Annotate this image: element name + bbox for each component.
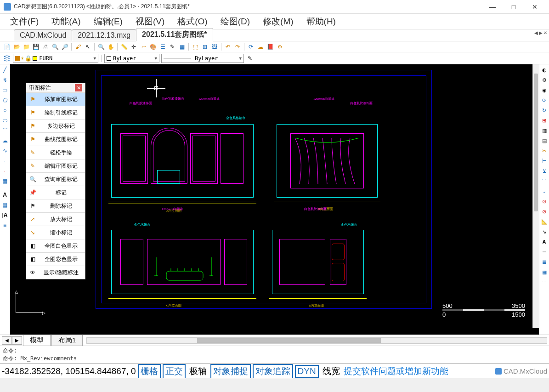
toggle-lwt[interactable]: 线宽 — [321, 365, 342, 378]
refresh-view-icon[interactable]: ⟳ — [541, 97, 548, 104]
layers-icon[interactable]: ☰ — [158, 43, 167, 51]
area-icon[interactable]: ▱ — [139, 43, 147, 51]
panel-item-freehand[interactable]: ✎轻松手绘 — [26, 146, 85, 159]
feedback-link[interactable]: 提交软件问题或增加新功能 — [344, 365, 448, 377]
save-icon[interactable]: 💾 — [32, 43, 40, 51]
rotate-icon[interactable]: ↻ — [541, 107, 548, 114]
panel-item-color-display[interactable]: ◧全图彩色显示 — [26, 252, 85, 266]
panel-item-zoomout-mark[interactable]: ↘缩小标记 — [26, 226, 85, 239]
color-icon[interactable]: 🎨 — [149, 43, 157, 51]
align2-icon[interactable]: ▤ — [541, 137, 548, 144]
select-icon[interactable]: ↖ — [84, 43, 92, 51]
mtext-tool-icon[interactable]: |A — [1, 211, 9, 219]
tab-doc2[interactable]: 2021.12.13.mxg — [72, 29, 136, 41]
grid-icon[interactable]: ⊞ — [541, 117, 548, 124]
cloud-icon[interactable]: ☁ — [256, 43, 265, 51]
refresh-icon[interactable]: ⟳ — [247, 43, 255, 51]
align-text-icon[interactable]: ≡ — [1, 222, 9, 229]
panel-item-curve-mark[interactable]: ⚑曲线范围标记 — [26, 132, 85, 146]
dim-diam-icon[interactable]: ⊘ — [541, 208, 548, 215]
toggle-otrack[interactable]: 对象追踪 — [253, 364, 293, 379]
menu-function[interactable]: 功能(A) — [45, 16, 87, 28]
pline-tool-icon[interactable]: ↯ — [1, 76, 9, 84]
brush-icon[interactable]: 🖌 — [74, 43, 82, 51]
polygon-tool-icon[interactable]: ⬠ — [1, 97, 9, 104]
dim-arc-icon[interactable]: ⌒ — [541, 177, 548, 185]
layer-manager-icon[interactable] — [3, 54, 11, 62]
panel-item-zoomin-mark[interactable]: ↗放大标记 — [26, 212, 85, 226]
layout-prev-icon[interactable]: ◀ — [2, 336, 12, 345]
panel-header[interactable]: 审图标注 ✕ — [26, 83, 85, 92]
panel-item-edit-mark[interactable]: ✎编辑审图标记 — [26, 159, 85, 172]
circle-tool-icon[interactable]: ○ — [1, 107, 9, 114]
layer-selector[interactable]: ☀ 🔒 FURN ▼ — [13, 54, 98, 63]
drawing-canvas[interactable]: 白色乳胶漆饰面 白色乳胶漆饰面 1200mm白背涂 金色风格铝帘 A向立面图 1… — [10, 64, 539, 335]
tab-scroll-right-icon[interactable]: ▶ — [539, 30, 543, 35]
distance-icon[interactable]: 📏 — [120, 43, 128, 51]
toggle-ortho[interactable]: 正交 — [163, 364, 186, 379]
layers-panel-icon[interactable]: ≣ — [541, 258, 548, 266]
zoom-extents-icon[interactable]: 🔎 — [61, 43, 69, 51]
panel-item-polygon-mark[interactable]: ⚑多边形标记 — [26, 119, 85, 132]
panel-item-delete-mark[interactable]: ⚑删除标记 — [26, 199, 85, 212]
tool-r1-icon[interactable]: ◐ — [541, 66, 548, 74]
undo-icon[interactable]: ↶ — [224, 43, 232, 51]
open-cloud-icon[interactable]: 📁 — [22, 43, 30, 51]
layout-tab-layout1[interactable]: 布局1 — [51, 335, 83, 346]
redo-icon[interactable]: ↷ — [233, 43, 242, 51]
dim-angle-icon[interactable]: ⦟ — [541, 187, 548, 195]
text-edit-icon[interactable]: A — [541, 238, 548, 245]
panel-close-icon[interactable]: ✕ — [75, 84, 82, 91]
menu-help[interactable]: 帮助(H) — [300, 16, 342, 28]
tool-r3-icon[interactable]: ◉ — [541, 86, 548, 94]
command-line[interactable]: 命令: 命令: Mx_Reviewcomments — [0, 346, 549, 364]
block-icon[interactable]: ⬚ — [191, 43, 199, 51]
line-tool-icon[interactable]: ╱ — [1, 66, 9, 74]
table-tool-icon[interactable]: ▤ — [1, 201, 9, 209]
blocks-panel-icon[interactable]: ▦ — [541, 268, 548, 276]
arc-tool-icon[interactable]: ⌒ — [1, 127, 9, 134]
menu-edit[interactable]: 编辑(E) — [87, 16, 129, 28]
layout-tab-model[interactable]: 模型 — [23, 335, 51, 346]
menu-view[interactable]: 视图(V) — [129, 16, 171, 28]
tab-scroll-left-icon[interactable]: ◀ — [534, 30, 538, 35]
spline-tool-icon[interactable]: ∿ — [1, 147, 9, 154]
menu-file[interactable]: 文件(F) — [4, 16, 45, 28]
tab-close-icon[interactable]: ✕ — [543, 30, 547, 35]
menu-modify[interactable]: 修改(M) — [256, 16, 300, 28]
line-edit-icon[interactable]: ✎ — [168, 43, 176, 51]
cloud-tool-icon[interactable]: ☁ — [1, 137, 9, 144]
tab-cloud[interactable]: CAD.MxCloud — [14, 29, 72, 41]
zoom-realtime-icon[interactable]: 🔍 — [97, 43, 105, 51]
color-selector[interactable]: ByLayer ▼ — [104, 54, 159, 63]
coord-icon[interactable]: ✛ — [130, 43, 138, 51]
horizontal-scrollbar[interactable] — [86, 337, 547, 344]
dim-radius-icon[interactable]: ⊙ — [541, 198, 548, 205]
linetype-selector[interactable]: ByLayer ▼ — [161, 54, 244, 63]
panel-item-white-display[interactable]: ◧全图白色显示 — [26, 239, 85, 252]
toggle-dyn[interactable]: DYN — [295, 365, 319, 378]
print-icon[interactable]: 🖨 — [41, 43, 50, 51]
zoom-window-icon[interactable]: 🔍 — [51, 43, 59, 51]
maximize-button[interactable]: □ — [503, 0, 524, 14]
pdf-icon[interactable]: 📕 — [266, 43, 274, 51]
rect-tool-icon[interactable]: ▭ — [1, 86, 9, 94]
toggle-grid[interactable]: 栅格 — [138, 364, 161, 379]
close-button[interactable]: ✕ — [524, 0, 545, 14]
measure-icon[interactable]: 📐 — [541, 218, 548, 225]
point-tool-icon[interactable]: · — [1, 157, 9, 165]
more-icon[interactable]: ⋯ — [541, 278, 548, 286]
tab-doc3[interactable]: 2021.5.11套房图纸* — [136, 28, 213, 41]
text-tool-icon[interactable]: A — [1, 191, 9, 199]
panel-item-query-mark[interactable]: 🔍查询审图标记 — [26, 172, 85, 186]
pan-icon[interactable]: ✋ — [107, 43, 115, 51]
layout-next-icon[interactable]: ▶ — [12, 336, 22, 345]
panel-item-toggle-annot[interactable]: 👁显示/隐藏标注 — [26, 266, 85, 279]
cut-icon[interactable]: ✂ — [541, 147, 548, 154]
panel-item-add-mark[interactable]: ⚑添加审图标记 — [26, 92, 85, 106]
menu-draw[interactable]: 绘图(D) — [214, 16, 256, 28]
menu-format[interactable]: 格式(O) — [171, 16, 214, 28]
new-file-icon[interactable]: 📄 — [3, 43, 11, 51]
dim-linear-icon[interactable]: ⊢ — [541, 157, 548, 165]
divide-tool-icon[interactable]: · — [1, 167, 9, 175]
